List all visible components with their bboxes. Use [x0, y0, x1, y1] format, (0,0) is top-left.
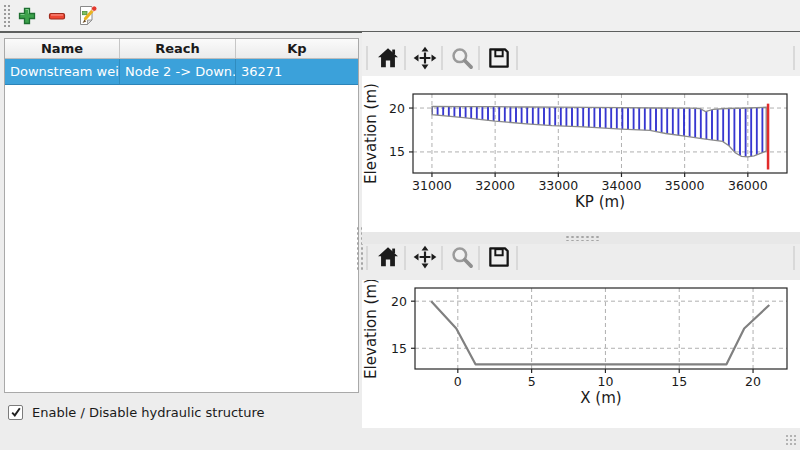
- x-tick-label: 35000: [665, 178, 705, 193]
- top-pan-button[interactable]: [410, 43, 440, 73]
- riverbed-profile-band: [432, 106, 766, 157]
- table-header-row: Name Reach Kp: [5, 39, 358, 59]
- top-plot-canvas[interactable]: 3100032000330003400035000360001520KP (m)…: [362, 76, 800, 232]
- enable-checkbox[interactable]: [8, 405, 23, 420]
- toolbar-divider: [516, 246, 518, 270]
- add-structure-button[interactable]: [13, 2, 40, 29]
- window-resize-grip[interactable]: [785, 434, 798, 447]
- x-tick-label: 36000: [728, 178, 768, 193]
- minus-icon: [46, 5, 68, 27]
- longitudinal-profile-chart[interactable]: 3100032000330003400035000360001520KP (m)…: [362, 76, 800, 232]
- bottom-save-button[interactable]: [484, 242, 514, 272]
- toolbar-divider: [404, 246, 406, 270]
- x-axis-label: KP (m): [575, 193, 625, 211]
- home-icon: [375, 244, 401, 270]
- toolbar-divider: [516, 46, 518, 70]
- checkmark-icon: [10, 406, 22, 418]
- column-header-kp[interactable]: Kp: [236, 39, 358, 58]
- toolbar-divider: [793, 46, 795, 70]
- magnifier-icon: [449, 244, 475, 270]
- y-tick-label: 15: [389, 144, 405, 159]
- document-edit-icon: [75, 4, 98, 27]
- bottom-plot-canvas[interactable]: 051015201520X (m)Elevation (m): [362, 280, 800, 428]
- bottom-pan-button[interactable]: [410, 242, 440, 272]
- toolbar-divider: [366, 246, 368, 270]
- bottom-home-button[interactable]: [373, 242, 403, 272]
- bottom-zoom-button[interactable]: [447, 242, 477, 272]
- x-tick-label: 33000: [538, 178, 578, 193]
- cell-name: Downstream weir: [5, 59, 120, 84]
- enable-checkbox-label: Enable / Disable hydraulic structure: [32, 405, 265, 420]
- move-arrows-icon: [412, 244, 438, 270]
- application-window: Name Reach Kp Downstream weir Node 2 -> …: [0, 0, 800, 450]
- plot-splitter-handle[interactable]: [565, 235, 599, 241]
- x-tick-label: 0: [454, 374, 462, 389]
- toolbar-divider: [441, 246, 443, 270]
- y-tick-label: 20: [391, 294, 407, 309]
- status-area: [362, 428, 800, 450]
- floppy-disk-icon: [486, 244, 512, 270]
- x-tick-label: 34000: [602, 178, 642, 193]
- top-save-button[interactable]: [484, 43, 514, 73]
- toolbar-drag-handle[interactable]: [3, 4, 12, 27]
- enable-structure-row: Enable / Disable hydraulic structure: [8, 403, 265, 421]
- toolbar-divider: [478, 46, 480, 70]
- magnifier-icon: [449, 45, 475, 71]
- x-tick-label: 5: [528, 374, 536, 389]
- move-arrows-icon: [412, 45, 438, 71]
- x-tick-label: 15: [671, 374, 687, 389]
- column-header-reach[interactable]: Reach: [120, 39, 236, 58]
- home-icon: [375, 45, 401, 71]
- y-axis-label: Elevation (m): [362, 280, 380, 379]
- floppy-disk-icon: [486, 45, 512, 71]
- top-zoom-button[interactable]: [447, 43, 477, 73]
- cross-section-chart[interactable]: 051015201520X (m)Elevation (m): [362, 280, 800, 428]
- toolbar-divider: [404, 46, 406, 70]
- y-axis-label: Elevation (m): [362, 83, 380, 184]
- y-tick-label: 20: [389, 101, 405, 116]
- cross-section-line: [431, 301, 769, 364]
- column-header-name[interactable]: Name: [5, 39, 120, 58]
- x-axis-label: X (m): [580, 389, 621, 407]
- y-tick-label: 15: [391, 341, 407, 356]
- cell-kp: 36271: [236, 59, 358, 84]
- edit-structure-button[interactable]: [73, 2, 100, 29]
- plus-icon: [16, 5, 38, 27]
- remove-structure-button[interactable]: [43, 2, 70, 29]
- toolbar-divider: [793, 246, 795, 270]
- cell-reach: Node 2 -> Down...: [120, 59, 236, 84]
- toolbar-divider: [441, 46, 443, 70]
- main-toolbar: [0, 0, 800, 31]
- toolbar-divider: [478, 246, 480, 270]
- structures-table: Name Reach Kp Downstream weir Node 2 -> …: [4, 38, 359, 393]
- top-home-button[interactable]: [373, 43, 403, 73]
- toolbar-divider: [366, 46, 368, 70]
- x-tick-label: 20: [745, 374, 761, 389]
- table-row[interactable]: Downstream weir Node 2 -> Down... 36271: [5, 59, 358, 85]
- x-tick-label: 31000: [412, 178, 452, 193]
- x-tick-label: 10: [597, 374, 613, 389]
- x-tick-label: 32000: [475, 178, 515, 193]
